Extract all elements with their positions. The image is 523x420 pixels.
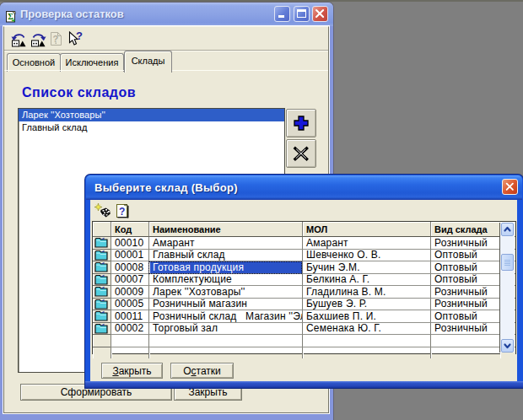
svg-text:?: ? — [53, 34, 59, 44]
svg-text:+: + — [12, 17, 16, 23]
svg-text:?: ? — [76, 31, 83, 42]
svg-text:?: ? — [119, 206, 125, 218]
